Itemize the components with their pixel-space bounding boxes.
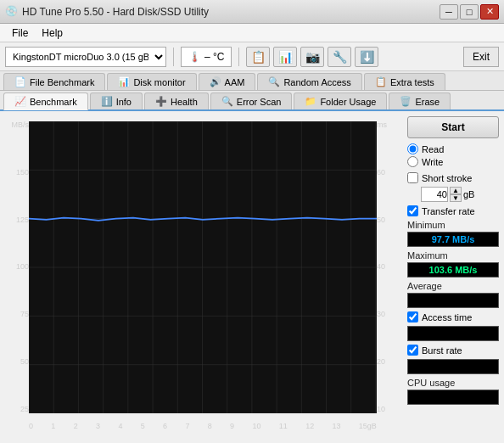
short-stroke-group[interactable]: Short stroke bbox=[407, 172, 499, 183]
y-label-ms: ms bbox=[377, 121, 387, 129]
tab-file-benchmark[interactable]: 📄 File Benchmark bbox=[3, 73, 105, 90]
x-label-8: 8 bbox=[208, 422, 212, 430]
aam-icon: 🔊 bbox=[210, 76, 221, 87]
tab-erase[interactable]: 🗑️ Erase bbox=[389, 93, 451, 109]
toolbar-separator bbox=[173, 48, 174, 66]
access-time-value bbox=[407, 326, 499, 341]
minimum-label: Minimum bbox=[407, 220, 499, 230]
read-option[interactable]: Read bbox=[407, 143, 499, 154]
icon-btn-3[interactable]: 📷 bbox=[300, 47, 324, 67]
toolbar: KingstonDT microDuo 3.0 (15 gB) 🌡️ – °C … bbox=[0, 42, 504, 71]
x-label-6: 6 bbox=[163, 422, 167, 430]
tab-random-access[interactable]: 🔍 Random Access bbox=[257, 73, 361, 90]
stroke-down-button[interactable]: ▼ bbox=[450, 194, 462, 202]
y-val-75: 75 bbox=[20, 311, 29, 318]
read-radio[interactable] bbox=[407, 143, 418, 154]
start-button[interactable]: Start bbox=[407, 116, 499, 138]
stroke-spinners: ▲ ▼ bbox=[450, 187, 462, 202]
ms-val-30: 30 bbox=[377, 311, 385, 318]
x-label-15gb: 15gB bbox=[359, 422, 377, 430]
chart-box bbox=[29, 121, 377, 413]
tab-row-1: 📄 File Benchmark 📊 Disk monitor 🔊 AAM 🔍 … bbox=[0, 71, 504, 91]
toolbar-separator2 bbox=[238, 48, 239, 66]
maximum-section: Maximum 103.6 MB/s bbox=[407, 250, 499, 278]
write-radio[interactable] bbox=[407, 156, 418, 167]
x-label-10: 10 bbox=[252, 422, 260, 430]
window-controls: ─ □ ✕ bbox=[440, 4, 499, 20]
tab-benchmark[interactable]: 📈 Benchmark bbox=[3, 93, 88, 110]
burst-rate-group[interactable]: Burst rate bbox=[407, 345, 499, 356]
exit-button[interactable]: Exit bbox=[463, 47, 499, 67]
transfer-rate-label: Transfer rate bbox=[422, 206, 475, 216]
chart-svg bbox=[29, 121, 377, 413]
icon-btn-2[interactable]: 📊 bbox=[273, 47, 297, 67]
cpu-usage-section: CPU usage bbox=[407, 378, 499, 405]
right-panel: Start Read Write Short stroke ▲ ▼ gB bbox=[402, 111, 504, 435]
x-label-0: 0 bbox=[29, 422, 33, 430]
write-option[interactable]: Write bbox=[407, 156, 499, 167]
x-label-3: 3 bbox=[96, 422, 100, 430]
access-time-checkbox[interactable] bbox=[407, 311, 418, 322]
tab-row-2: 📈 Benchmark ℹ️ Info ➕ Health 🔍 Error Sca… bbox=[0, 91, 504, 111]
x-label-7: 7 bbox=[185, 422, 189, 430]
file-benchmark-icon: 📄 bbox=[14, 76, 26, 87]
maximize-button[interactable]: □ bbox=[460, 4, 479, 20]
cpu-usage-label: CPU usage bbox=[407, 378, 499, 388]
gb-label: gB bbox=[463, 189, 474, 199]
drive-select[interactable]: KingstonDT microDuo 3.0 (15 gB) bbox=[5, 47, 166, 67]
y-val-25: 25 bbox=[20, 406, 29, 413]
y-val-50: 50 bbox=[20, 358, 29, 366]
ms-val-20: 20 bbox=[377, 358, 385, 366]
ms-val-40: 40 bbox=[377, 263, 385, 271]
y-label-mb: MB/s bbox=[11, 121, 29, 129]
burst-rate-label: Burst rate bbox=[422, 345, 462, 356]
cpu-usage-value bbox=[407, 390, 499, 405]
ms-val-50: 50 bbox=[377, 216, 385, 224]
title-bar: 💿 HD Tune Pro 5.50 - Hard Disk/SSD Utili… bbox=[0, 0, 504, 24]
tab-folder-usage[interactable]: 📁 Folder Usage bbox=[294, 93, 387, 109]
stroke-value-input[interactable] bbox=[421, 187, 448, 202]
main-content: MB/s 150 125 100 75 50 25 bbox=[0, 111, 504, 435]
x-label-4: 4 bbox=[118, 422, 122, 430]
average-label: Average bbox=[407, 281, 499, 291]
minimum-section: Minimum 97.7 MB/s bbox=[407, 220, 499, 247]
temperature-display: 🌡️ – °C bbox=[181, 47, 232, 67]
maximum-label: Maximum bbox=[407, 250, 499, 261]
disk-monitor-icon: 📊 bbox=[118, 76, 130, 87]
x-label-9: 9 bbox=[230, 422, 234, 430]
icon-btn-5[interactable]: ⬇️ bbox=[355, 47, 378, 67]
x-label-12: 12 bbox=[305, 422, 314, 430]
ms-val-60: 60 bbox=[377, 169, 385, 177]
short-stroke-checkbox[interactable] bbox=[407, 172, 418, 183]
burst-rate-checkbox[interactable] bbox=[407, 345, 418, 356]
tab-info[interactable]: ℹ️ Info bbox=[90, 93, 143, 109]
y-val-150: 150 bbox=[16, 169, 29, 177]
menu-file[interactable]: File bbox=[5, 25, 35, 41]
write-label: Write bbox=[422, 157, 443, 167]
tab-aam[interactable]: 🔊 AAM bbox=[199, 73, 256, 90]
transfer-rate-checkbox[interactable] bbox=[407, 205, 418, 216]
menu-help[interactable]: Help bbox=[35, 25, 70, 41]
transfer-rate-group[interactable]: Transfer rate bbox=[407, 205, 499, 216]
tab-extra-tests[interactable]: 📋 Extra tests bbox=[364, 73, 445, 90]
icon-btn-4[interactable]: 🔧 bbox=[328, 47, 351, 67]
tab-health[interactable]: ➕ Health bbox=[144, 93, 209, 109]
minimize-button[interactable]: ─ bbox=[440, 4, 458, 20]
x-axis-labels: 0 1 2 3 4 5 6 7 8 9 10 11 12 13 15gB bbox=[29, 422, 377, 430]
icon-btn-1[interactable]: 📋 bbox=[246, 47, 270, 67]
temperature-value: – °C bbox=[204, 51, 224, 63]
info-icon: ℹ️ bbox=[101, 96, 113, 107]
access-time-group[interactable]: Access time bbox=[407, 311, 499, 322]
stroke-up-button[interactable]: ▲ bbox=[450, 187, 462, 194]
x-label-1: 1 bbox=[51, 422, 55, 430]
ms-val-10: 10 bbox=[377, 406, 385, 413]
close-button[interactable]: ✕ bbox=[480, 4, 499, 20]
x-label-13: 13 bbox=[332, 422, 340, 430]
extra-tests-icon: 📋 bbox=[375, 76, 387, 87]
x-label-2: 2 bbox=[74, 422, 78, 430]
menu-bar: File Help bbox=[0, 24, 504, 42]
tab-disk-monitor[interactable]: 📊 Disk monitor bbox=[107, 73, 196, 90]
random-access-icon: 🔍 bbox=[268, 76, 280, 87]
thermometer-icon: 🌡️ bbox=[188, 51, 201, 63]
tab-error-scan[interactable]: 🔍 Error Scan bbox=[210, 93, 293, 109]
